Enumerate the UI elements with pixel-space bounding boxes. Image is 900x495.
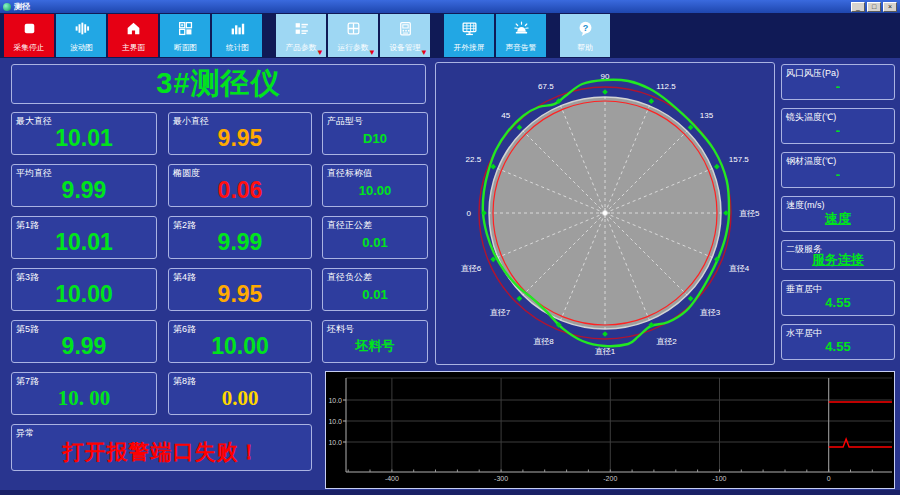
metric-value: 0.01: [323, 217, 427, 258]
metric-value: 坯料号: [323, 321, 427, 362]
metric-box-第4路: 第4路9.95: [168, 268, 312, 311]
status-value[interactable]: 服务连接: [782, 241, 894, 269]
alarm-siren-icon: [513, 20, 530, 37]
toolbar-button-label: 设备管理: [390, 42, 421, 53]
metric-value: 0.01: [323, 269, 427, 310]
svg-text:直径8: 直径8: [533, 337, 554, 346]
metric-value: 9.99: [12, 165, 156, 206]
trend-line-chart: 10.010.010.0-400-300-200-1000: [326, 372, 894, 488]
status-box-垂直居中: 垂直居中4.55: [781, 280, 895, 316]
external-screen-icon: [461, 20, 478, 37]
product-params-icon: [293, 20, 310, 37]
metric-value: 10.00: [12, 269, 156, 310]
toolbar-button-label: 断面图: [173, 42, 196, 53]
svg-text:直径3: 直径3: [700, 308, 721, 317]
toolbar-button-8[interactable]: 设备管理▼: [380, 14, 430, 57]
help-icon: ?: [577, 20, 594, 37]
barchart-icon: [229, 20, 246, 37]
metric-box-直径正公差: 直径正公差0.01: [322, 216, 428, 259]
svg-text:90: 90: [601, 72, 610, 81]
profile-polar-chart: 022.54567.590112.5135157.5直径5直径4直径3直径2直径…: [436, 63, 774, 364]
status-value: 4.55: [782, 325, 894, 359]
toolbar-button-4[interactable]: 断面图: [160, 14, 210, 57]
toolbar-button-label: 帮助: [577, 42, 592, 53]
status-value: -: [782, 153, 894, 187]
svg-text:直径2: 直径2: [656, 337, 677, 346]
toolbar-button-1[interactable]: 采集停止: [4, 14, 54, 57]
svg-text:45: 45: [501, 111, 510, 120]
status-value: -: [782, 65, 894, 99]
toolbar-button-2[interactable]: 波动图: [56, 14, 106, 57]
status-value: -: [782, 109, 894, 143]
maximize-button[interactable]: □: [867, 2, 881, 12]
metric-box-第2路: 第2路9.99: [168, 216, 312, 259]
close-button[interactable]: ×: [883, 2, 897, 12]
status-value[interactable]: 速度: [782, 197, 894, 231]
dropdown-caret-icon: ▼: [316, 49, 324, 57]
status-box-二级服务: 二级服务服务连接: [781, 240, 895, 270]
toolbar-button-label: 采集停止: [14, 42, 45, 53]
dropdown-caret-icon: ▼: [368, 49, 376, 57]
metric-box-直径负公差: 直径负公差0.01: [322, 268, 428, 311]
svg-text:-400: -400: [385, 475, 399, 482]
svg-text:10.0: 10.0: [328, 418, 342, 425]
external-screen-icon-wrap: [461, 14, 478, 41]
alarm-siren-icon-wrap: [513, 14, 530, 41]
toolbar-button-9[interactable]: 开外接屏: [444, 14, 494, 57]
toolbar-button-label: 产品参数: [286, 42, 317, 53]
toolbar-button-11[interactable]: ?帮助: [560, 14, 610, 57]
status-box-速度(m/s): 速度(m/s)速度: [781, 196, 895, 232]
metric-box-产品型号: 产品型号D10: [322, 112, 428, 155]
profile-chart-panel: 022.54567.590112.5135157.5直径5直径4直径3直径2直径…: [435, 62, 775, 365]
svg-text:?: ?: [582, 23, 588, 33]
toolbar-button-label: 统计图: [225, 42, 248, 53]
waveform-icon: [73, 20, 90, 37]
toolbar-button-label: 声音告警: [506, 42, 537, 53]
app-icon: [3, 3, 11, 11]
metric-value: 0.00: [169, 373, 311, 414]
metric-box-最小直径: 最小直径9.95: [168, 112, 312, 155]
svg-text:10.0: 10.0: [328, 439, 342, 446]
status-box-镜头温度(℃): 镜头温度(℃)-: [781, 108, 895, 144]
toolbar-button-10[interactable]: 声音告警: [496, 14, 546, 57]
status-box-风口风压(Pa): 风口风压(Pa)-: [781, 64, 895, 100]
metric-box-第1路: 第1路10.01: [11, 216, 157, 259]
minimize-button[interactable]: _: [851, 2, 865, 12]
barchart-icon-wrap: [229, 14, 246, 41]
stop-icon-wrap: [21, 14, 38, 41]
stop-icon: [21, 20, 38, 37]
trend-chart-panel: 10.010.010.0-400-300-200-1000: [325, 371, 895, 489]
toolbar-button-5[interactable]: 统计图: [212, 14, 262, 57]
svg-text:67.5: 67.5: [538, 82, 554, 91]
device-manage-icon: [397, 20, 414, 37]
status-value: 4.55: [782, 281, 894, 315]
titlebar: 测径 _ □ ×: [0, 0, 900, 13]
toolbar-button-3[interactable]: 主界面: [108, 14, 158, 57]
device-manage-icon-wrap: [397, 14, 414, 41]
toolbar-button-6[interactable]: 产品参数▼: [276, 14, 326, 57]
metric-value: 10.01: [12, 113, 156, 154]
toolbar-gap: [432, 14, 444, 57]
toolbar-gap: [548, 14, 560, 57]
svg-text:直径6: 直径6: [461, 264, 482, 273]
dropdown-caret-icon: ▼: [420, 49, 428, 57]
window-title: 测径: [14, 2, 30, 12]
metric-value: 10.00: [169, 321, 311, 362]
metric-value: 9.95: [169, 113, 311, 154]
toolbar-gap: [264, 14, 276, 57]
toolbar-button-7[interactable]: 运行参数▼: [328, 14, 378, 57]
svg-text:0: 0: [827, 475, 831, 482]
status-bar: [0, 490, 900, 495]
metric-box-最大直径: 最大直径10.01: [11, 112, 157, 155]
metric-value: 10. 00: [12, 373, 156, 414]
metric-value: 10.00: [323, 165, 427, 206]
svg-text:直径4: 直径4: [729, 264, 750, 273]
product-params-icon-wrap: [293, 14, 310, 41]
metric-value: 10.01: [12, 217, 156, 258]
toolbar-button-label: 波动图: [69, 42, 92, 53]
alarm-message: 打开报警端口失败！: [12, 425, 311, 470]
help-icon-wrap: ?: [577, 14, 594, 41]
svg-text:157.5: 157.5: [729, 155, 750, 164]
metric-box-第7路: 第7路10. 00: [11, 372, 157, 415]
sections-icon: [177, 20, 194, 37]
